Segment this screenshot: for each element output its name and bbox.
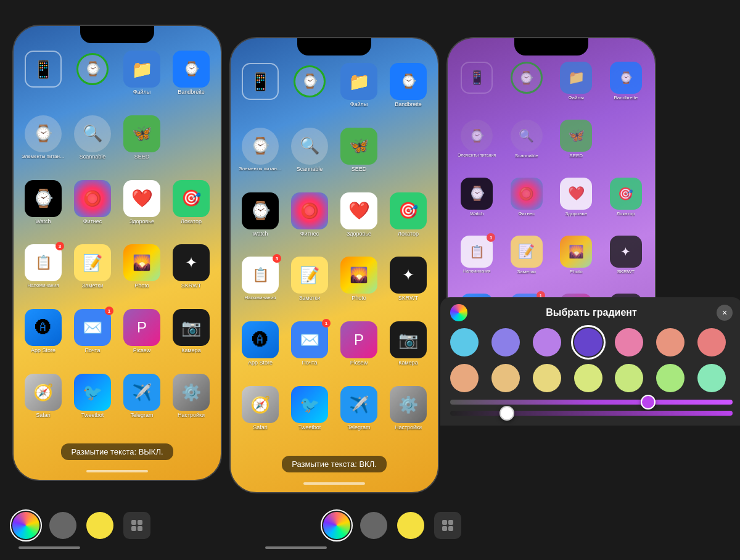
app-item[interactable]: P Picsew xyxy=(120,309,164,369)
phone3-phone-icon: 📱 xyxy=(461,62,493,94)
app-item[interactable]: ✦ SKRWT xyxy=(169,244,213,304)
skrwt-icon: ✦ xyxy=(173,244,210,281)
gradient-color-option[interactable] xyxy=(615,328,643,356)
app-label: Bandbreite xyxy=(395,101,422,107)
gradient-color-option[interactable] xyxy=(656,364,684,392)
app-item[interactable]: 📷 Камера xyxy=(386,321,430,381)
gradient-close-button[interactable]: × xyxy=(717,305,733,321)
app-item[interactable]: ⌚ Bandbreite xyxy=(603,62,649,116)
app-item[interactable]: 🎯 Локатор xyxy=(386,192,430,252)
app-item[interactable]: ✈️ Telegram xyxy=(337,386,381,446)
gradient-color-option[interactable] xyxy=(450,364,479,392)
app-item[interactable]: 🔍 Scannable xyxy=(504,120,550,174)
app-item[interactable]: ⌚ Bandbreite xyxy=(386,63,430,123)
app-item[interactable]: 🎯 Локатор xyxy=(169,180,213,240)
phone1-screen: 📱 ⌚ 📁 Файлы xyxy=(14,43,221,480)
app-item[interactable]: 📱 xyxy=(21,51,65,110)
app-item[interactable]: 🅐 App Store xyxy=(21,309,65,369)
gallery-dot[interactable] xyxy=(123,512,150,539)
app-item[interactable]: 🅐 App Store xyxy=(238,321,282,381)
app-item[interactable]: ✦ SKRWT xyxy=(603,236,649,290)
gradient-color-option[interactable] xyxy=(491,364,520,392)
app-item[interactable]: 📱 xyxy=(238,63,282,123)
gallery-dot2[interactable] xyxy=(434,512,461,539)
app-item[interactable]: P Picsew xyxy=(337,321,381,381)
gradient-slider1-thumb[interactable] xyxy=(641,395,656,410)
gradient-color-option-selected[interactable] xyxy=(574,328,602,356)
app-item[interactable]: 🦋 SEED xyxy=(120,115,164,175)
gray-dot2[interactable] xyxy=(360,512,387,539)
app-item[interactable]: 📁 Файлы xyxy=(337,63,381,123)
app-item[interactable]: ✦ SKRWT xyxy=(386,257,430,316)
app-item[interactable]: 🧭 Safari xyxy=(238,386,282,446)
phone3-scannable-icon: 🔍 xyxy=(511,120,543,152)
app-item[interactable]: 🎯 Локатор xyxy=(603,178,649,232)
yellow-dot2[interactable] xyxy=(397,512,424,539)
gradient-color-option[interactable] xyxy=(533,364,561,392)
app-item[interactable]: ✉️ 1 Почта xyxy=(70,309,115,369)
yellow-dot[interactable] xyxy=(86,512,113,539)
app-item[interactable]: ⌚ Watch xyxy=(454,178,500,232)
gradient-color-option[interactable] xyxy=(615,364,643,392)
app-item[interactable]: ⭕ Фитнес xyxy=(287,192,332,252)
app-item[interactable]: ⭕ Фитнес xyxy=(70,180,115,240)
reminders-icon: 📋 3 xyxy=(25,244,62,281)
app-item[interactable]: 📝 Заметки xyxy=(287,257,332,316)
home-indicator2 xyxy=(265,546,327,549)
app-item[interactable]: 🧭 Safari xyxy=(21,374,65,434)
gradient-color-option[interactable] xyxy=(533,328,561,356)
gradient-color-option[interactable] xyxy=(656,328,684,356)
app-item[interactable]: ❤️ Здоровье xyxy=(337,192,381,252)
app-item[interactable]: 📋 3 Напоминания xyxy=(21,244,65,304)
gray-dot[interactable] xyxy=(49,512,76,539)
app-item[interactable]: ⌚ xyxy=(287,63,332,123)
app-item[interactable]: ⌚ Watch xyxy=(21,180,65,240)
holographic-dot[interactable] xyxy=(12,512,39,539)
app-item[interactable]: 🌄 Photo xyxy=(553,236,599,290)
app-item[interactable]: ✉️ 1 Почта xyxy=(287,321,332,381)
app-item[interactable]: ❤️ Здоровье xyxy=(553,178,599,232)
app-item[interactable]: 🦋 SEED xyxy=(337,128,381,187)
app-item[interactable]: ⌚ Watch xyxy=(238,192,282,252)
app-item[interactable]: ❤️ Здоровье xyxy=(120,180,164,240)
gradient-color-option[interactable] xyxy=(697,328,726,356)
holographic-dot2[interactable] xyxy=(323,512,350,539)
app-label: Watch xyxy=(35,218,51,224)
app-item[interactable]: 📝 Заметки xyxy=(70,244,115,304)
app-item[interactable]: 🌄 Photo xyxy=(120,244,164,304)
app-item[interactable]: ✈️ Telegram xyxy=(120,374,164,434)
phone-outline-icon: 📱 xyxy=(25,51,62,88)
app-item[interactable]: 📋 3 Напоминания xyxy=(454,236,500,290)
app-label: Photo xyxy=(134,282,149,289)
app-item[interactable]: ⌚ Элементы питания xyxy=(21,115,65,175)
app-item[interactable]: 🐦 Tweetbot xyxy=(287,386,332,446)
app-item[interactable]: ⚙️ Настройки xyxy=(169,374,213,434)
app-item[interactable]: 🔍 Scannable xyxy=(287,128,332,187)
app-item[interactable]: 📁 Файлы xyxy=(120,51,164,110)
color-wheel-icon[interactable] xyxy=(450,304,467,321)
app-item[interactable]: ⌚ xyxy=(70,51,115,110)
gradient-color-option[interactable] xyxy=(574,364,602,392)
app-item[interactable]: 🔍 Scannable xyxy=(70,115,115,175)
app-item[interactable]: 📝 Заметки xyxy=(504,236,550,290)
gradient-color-option[interactable] xyxy=(450,328,479,356)
gradient-color-option[interactable] xyxy=(697,364,726,392)
app-item[interactable]: 📱 xyxy=(454,62,500,116)
app-item[interactable]: 🦋 SEED xyxy=(553,120,599,174)
gradient-color-option[interactable] xyxy=(491,328,520,356)
app-item[interactable]: 📷 Камера xyxy=(169,309,213,369)
app-label: Настройки xyxy=(178,412,205,418)
app-item[interactable]: ⌚ Элементы питания xyxy=(454,120,500,174)
app-item[interactable]: ⚙️ Настройки xyxy=(386,386,430,446)
app-item[interactable]: 📋 3 Напоминания xyxy=(238,257,282,316)
app-item[interactable]: 🐦 Tweetbot xyxy=(70,374,115,434)
app-item[interactable]: ⌚ Элементы питания xyxy=(238,128,282,187)
app-item[interactable]: 📁 Файлы xyxy=(553,62,599,116)
app-label: Почта xyxy=(85,347,101,353)
app-item[interactable]: 🌄 Photo xyxy=(337,257,381,316)
app-item[interactable]: ⭕ Фитнес xyxy=(504,178,550,232)
app-label: Файлы xyxy=(569,95,584,101)
app-item[interactable]: ⌚ Bandbreite xyxy=(169,51,213,110)
app-item[interactable]: ⌚ xyxy=(504,62,550,116)
gradient-slider2-thumb[interactable] xyxy=(500,406,514,421)
